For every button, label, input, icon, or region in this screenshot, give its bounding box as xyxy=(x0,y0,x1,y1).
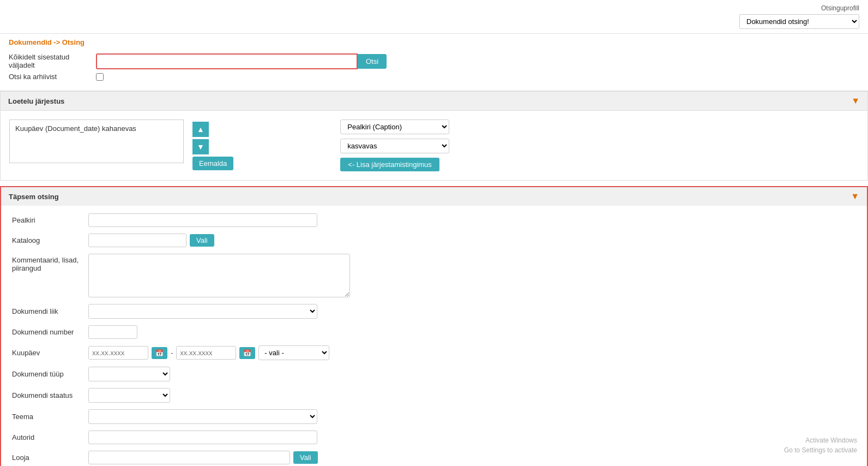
calendar-from-button[interactable]: 📅 xyxy=(152,347,167,359)
search-input-wrapper: Otsi xyxy=(96,53,387,69)
loetelu-chevron-icon[interactable]: ▼ xyxy=(851,96,860,106)
tapsem-header-label: Täpsem otsing xyxy=(9,193,59,201)
breadcrumb: Dokumendid -> Otsing xyxy=(0,34,868,49)
date-row: 📅 - 📅 - vali - xyxy=(88,345,350,360)
dokumendi-staatus-select[interactable] xyxy=(88,388,170,403)
tapsem-chevron-icon[interactable]: ▼ xyxy=(851,192,859,201)
main-search-section: Kõikidelt sisestatud väljadelt Otsi Otsi… xyxy=(0,49,868,85)
sort-box: Kuupäev (Document_date) kahanevas xyxy=(9,120,184,163)
sort-field-select[interactable]: Pealkiri (Caption) xyxy=(340,120,449,134)
top-bar: Otsinguprofill Dokumendid otsing! xyxy=(0,0,868,34)
archive-checkbox[interactable] xyxy=(96,73,104,81)
loetelu-header-label: Loetelu järjestus xyxy=(8,97,64,105)
date-dash: - xyxy=(171,349,173,357)
date-vali-select[interactable]: - vali - xyxy=(258,345,329,360)
dokumendi-liik-label: Dokumendi liik xyxy=(12,307,88,315)
dokumendi-number-label: Dokumendi number xyxy=(12,328,88,336)
loetelu-section: Kuupäev (Document_date) kahanevas ▲ ▼ Ee… xyxy=(0,111,868,181)
sort-up-button[interactable]: ▲ xyxy=(192,122,209,137)
right-sort-section: Pealkiri (Caption) kasvavas kahanevas <-… xyxy=(340,120,449,171)
looja-label: Looja xyxy=(12,453,88,462)
sort-box-item: Kuupäev (Document_date) kahanevas xyxy=(13,123,180,134)
sort-down-button[interactable]: ▼ xyxy=(192,139,209,154)
tapsem-section: Pealkiri Kataloog Vali Kommentaarid, lis… xyxy=(0,206,868,466)
teema-label: Teema xyxy=(12,413,88,421)
date-to-input[interactable] xyxy=(176,346,236,360)
tapsem-section-header: Täpsem otsing ▼ xyxy=(0,186,868,206)
autorid-input[interactable] xyxy=(88,431,317,444)
archive-label: Otsi ka arhiivist xyxy=(9,73,96,81)
dokumendi-liik-select[interactable] xyxy=(88,304,317,319)
date-from-input[interactable] xyxy=(88,346,148,360)
sort-dir-select[interactable]: kasvavas kahanevas xyxy=(340,139,449,153)
kommentaarid-label: Kommentaarid, lisad, piirangud xyxy=(12,254,88,272)
otsi-button[interactable]: Otsi xyxy=(358,54,387,69)
otsinguprofill-label: Otsinguprofill xyxy=(821,4,859,12)
kuupaev-label: Kuupäev xyxy=(12,349,88,357)
search-input[interactable] xyxy=(96,53,358,69)
looja-vali-button[interactable]: Vali xyxy=(293,451,318,464)
pealkiri-label: Pealkiri xyxy=(12,216,88,224)
windows-line1: Activate Windows xyxy=(784,435,857,445)
looja-row: Vali xyxy=(88,451,350,464)
kataloog-vali-button[interactable]: Vali xyxy=(190,234,214,247)
calendar-to-button[interactable]: 📅 xyxy=(239,347,255,359)
autorid-label: Autorid xyxy=(12,433,88,441)
tapsem-grid: Pealkiri Kataloog Vali Kommentaarid, lis… xyxy=(12,213,350,464)
pealkiri-input[interactable] xyxy=(88,213,317,227)
kataloog-input[interactable] xyxy=(88,234,186,247)
arrow-eemalda-col: ▲ ▼ Eemalda xyxy=(192,120,233,170)
dokumendi-staatus-label: Dokumendi staatus xyxy=(12,391,88,399)
windows-activate: Activate Windows Go to Settings to activ… xyxy=(784,435,857,455)
lisa-button[interactable]: <- Lisa järjestamistingimus xyxy=(340,158,439,171)
windows-line2: Go to Settings to activate xyxy=(784,445,857,455)
kataloog-label: Kataloog xyxy=(12,236,88,244)
dokumendi-tyyp-select[interactable] xyxy=(88,367,170,381)
kommentaarid-textarea[interactable] xyxy=(88,254,350,297)
eemalda-button[interactable]: Eemalda xyxy=(192,157,233,170)
search-label: Kõikidelt sisestatud väljadelt xyxy=(9,53,96,69)
dokumendi-tyyp-label: Dokumendi tüüp xyxy=(12,370,88,378)
kataloog-row: Vali xyxy=(88,234,350,247)
dokumendi-number-input[interactable] xyxy=(88,325,137,339)
otsinguprofill-select[interactable]: Dokumendid otsing! xyxy=(739,14,859,29)
looja-input[interactable] xyxy=(88,451,290,464)
teema-select[interactable] xyxy=(88,409,317,424)
loetelu-section-header: Loetelu järjestus ▼ xyxy=(0,91,868,111)
